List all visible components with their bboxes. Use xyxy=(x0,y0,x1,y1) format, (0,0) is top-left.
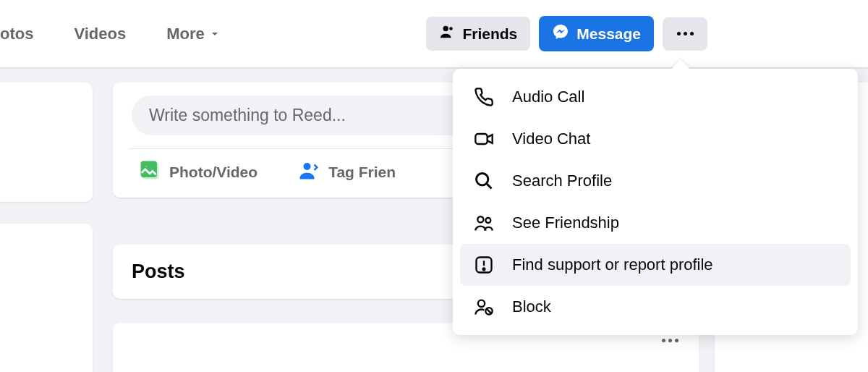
svg-point-14 xyxy=(478,300,485,307)
header-actions: Friends Message xyxy=(426,16,707,51)
friendship-icon xyxy=(472,211,496,235)
dropdown-video-chat-label: Video Chat xyxy=(512,130,590,148)
svg-line-8 xyxy=(487,184,492,189)
svg-point-10 xyxy=(485,218,490,223)
svg-point-5 xyxy=(304,163,311,170)
profile-nav: otos Videos More xyxy=(0,25,221,43)
ellipsis-icon xyxy=(677,32,694,35)
friends-button-label: Friends xyxy=(462,25,517,43)
more-actions-dropdown: Audio Call Video Chat Search Profile See… xyxy=(453,69,858,335)
message-button[interactable]: Message xyxy=(539,16,654,51)
phone-icon xyxy=(472,85,496,109)
chevron-down-icon xyxy=(209,28,221,40)
svg-point-0 xyxy=(443,26,448,31)
profile-header-bar: otos Videos More Friends Message xyxy=(0,0,868,68)
sidebar-card-stub xyxy=(0,83,93,202)
dropdown-report-profile[interactable]: Find support or report profile xyxy=(460,244,851,286)
search-icon xyxy=(472,169,496,193)
dropdown-video-chat[interactable]: Video Chat xyxy=(460,118,851,160)
photo-video-action[interactable]: Photo/Video xyxy=(139,159,258,185)
svg-rect-6 xyxy=(475,134,487,144)
video-icon xyxy=(472,127,496,151)
nav-photos[interactable]: otos xyxy=(0,25,33,43)
dropdown-see-friendship-label: See Friendship xyxy=(512,214,619,232)
tag-friends-label: Tag Frien xyxy=(328,164,396,181)
friends-icon xyxy=(439,24,455,43)
svg-rect-3 xyxy=(142,162,156,177)
svg-point-9 xyxy=(477,216,483,222)
svg-point-1 xyxy=(450,27,454,30)
more-actions-button[interactable] xyxy=(663,17,707,51)
dropdown-block[interactable]: Block xyxy=(460,286,851,328)
block-icon xyxy=(472,295,496,319)
svg-point-7 xyxy=(477,174,488,185)
post-menu-button[interactable] xyxy=(662,339,678,342)
dropdown-block-label: Block xyxy=(512,297,551,316)
nav-more[interactable]: More xyxy=(166,25,221,43)
tag-friends-action[interactable]: Tag Frien xyxy=(298,159,396,185)
tag-icon xyxy=(298,159,320,185)
nav-more-label: More xyxy=(166,25,205,43)
dropdown-search-profile-label: Search Profile xyxy=(512,172,612,190)
message-button-label: Message xyxy=(576,25,641,43)
dropdown-audio-call[interactable]: Audio Call xyxy=(460,76,851,118)
messenger-icon xyxy=(552,23,569,44)
svg-point-4 xyxy=(145,165,148,168)
dropdown-audio-call-label: Audio Call xyxy=(512,88,584,106)
photo-video-label: Photo/Video xyxy=(169,164,258,181)
dropdown-report-profile-label: Find support or report profile xyxy=(512,255,713,274)
svg-point-13 xyxy=(483,268,485,270)
friends-button[interactable]: Friends xyxy=(426,17,530,51)
dropdown-search-profile[interactable]: Search Profile xyxy=(460,160,851,202)
photo-icon xyxy=(139,159,161,185)
sidebar-card-stub-2 xyxy=(0,224,93,372)
nav-videos[interactable]: Videos xyxy=(74,25,126,43)
dropdown-see-friendship[interactable]: See Friendship xyxy=(460,202,851,244)
report-icon xyxy=(472,253,496,277)
svg-line-16 xyxy=(487,309,492,314)
